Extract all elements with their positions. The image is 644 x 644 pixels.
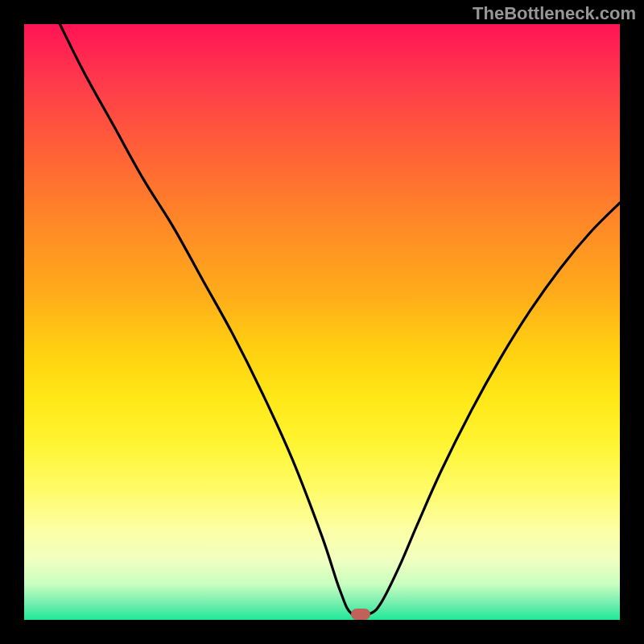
chart-plot-area (24, 24, 620, 620)
optimal-point-marker (351, 609, 370, 620)
bottleneck-curve (24, 24, 620, 620)
watermark-text: TheBottleneck.com (473, 3, 636, 24)
